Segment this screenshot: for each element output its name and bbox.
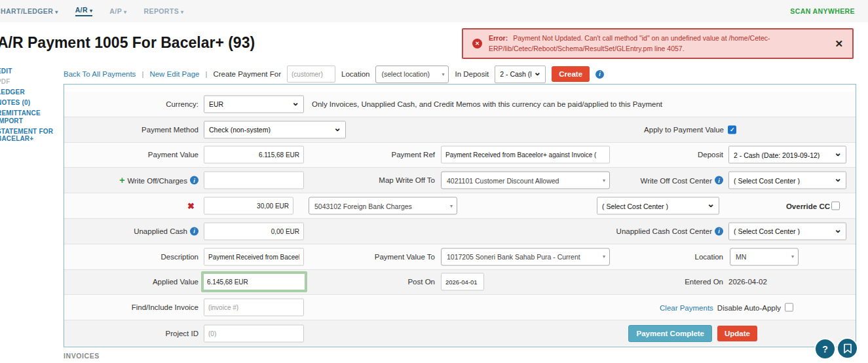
info-icon[interactable] bbox=[595, 70, 604, 79]
bookmark-icon bbox=[843, 343, 852, 354]
plus-icon[interactable]: + bbox=[119, 176, 124, 185]
write-off-cost-center-value: ( Select Cost Center ) bbox=[734, 176, 800, 184]
override-cc-label: Override CC bbox=[786, 202, 830, 210]
error-icon bbox=[472, 39, 482, 48]
top-nav: CHART/LEDGER A/R A/P REPORTS SCAN ANYWHE… bbox=[0, 0, 868, 22]
post-on-input[interactable] bbox=[441, 273, 484, 291]
description-input[interactable] bbox=[204, 248, 304, 265]
charge-cost-center-value: ( Select Cost Center ) bbox=[602, 202, 668, 210]
in-deposit-select[interactable]: 2 - Cash (l bbox=[495, 66, 546, 83]
nav-item-chart-ledger[interactable]: CHART/LEDGER bbox=[0, 6, 58, 16]
info-icon[interactable] bbox=[715, 227, 723, 235]
write-off-cost-center-label: Write Off Cost Center bbox=[641, 176, 713, 184]
charge-amount-input[interactable] bbox=[204, 197, 293, 215]
help-button[interactable]: ? bbox=[814, 338, 836, 360]
applied-value-input[interactable] bbox=[204, 274, 305, 290]
charge-account-value: 5043102 Foreign Bank Charges bbox=[314, 202, 412, 210]
row-write-off: + Write Off/Charges Map Write Off To 402… bbox=[64, 168, 856, 193]
sidebar-item-ledger[interactable]: LEDGER bbox=[0, 88, 64, 96]
divider: | bbox=[142, 70, 143, 78]
payment-value-label: Payment Value bbox=[64, 151, 198, 159]
caret-down-icon bbox=[90, 6, 92, 14]
payment-method-select[interactable]: Check (non-system) bbox=[204, 121, 346, 138]
scan-anywhere-link[interactable]: SCAN ANYWHERE bbox=[790, 7, 855, 15]
info-icon[interactable] bbox=[190, 227, 198, 235]
unapplied-cash-cost-center-select[interactable]: ( Select Cost Center ) bbox=[728, 222, 846, 240]
nav-label: CHART/LEDGER bbox=[0, 7, 53, 15]
payment-value-input[interactable] bbox=[204, 146, 304, 164]
project-id-label: Project ID bbox=[64, 330, 198, 337]
entered-on-value: 2026-04-02 bbox=[728, 278, 767, 286]
close-icon[interactable]: ✕ bbox=[835, 38, 843, 50]
invoices-heading: INVOICES bbox=[64, 352, 100, 360]
project-id-input[interactable] bbox=[204, 324, 304, 342]
applied-value-highlight bbox=[201, 271, 307, 292]
payment-value-to-label: Payment Value To bbox=[313, 253, 435, 261]
error-text: Payment Not Updated. Can't call method "… bbox=[489, 34, 770, 52]
unapplied-cash-label: Unapplied Cash bbox=[134, 227, 187, 235]
back-to-all-payments-link[interactable]: Back To All Payments bbox=[64, 70, 136, 78]
nav-label: A/P bbox=[109, 7, 122, 15]
bookmark-button[interactable] bbox=[837, 337, 858, 359]
create-button[interactable]: Create bbox=[552, 66, 590, 82]
find-invoice-label: Find/Include Invoice bbox=[64, 303, 198, 311]
nav-items: CHART/LEDGER A/R A/P REPORTS bbox=[0, 6, 183, 16]
info-icon[interactable] bbox=[715, 176, 723, 185]
sidebar: EDIT PDF LEDGER NOTES (0) REMITTANCE IMP… bbox=[0, 67, 64, 143]
find-invoice-input[interactable] bbox=[204, 299, 304, 316]
nav-item-ap[interactable]: A/P bbox=[109, 6, 126, 16]
create-payment-for-label: Create Payment For bbox=[213, 70, 281, 78]
nav-label: REPORTS bbox=[144, 7, 179, 15]
nav-item-reports[interactable]: REPORTS bbox=[144, 6, 184, 16]
question-icon: ? bbox=[822, 344, 828, 354]
payment-complete-button[interactable]: Payment Complete bbox=[628, 325, 712, 342]
location-field-select[interactable]: MN bbox=[730, 248, 799, 265]
post-on-label: Post On bbox=[313, 278, 435, 286]
charge-account-select[interactable]: 5043102 Foreign Bank Charges bbox=[309, 197, 457, 215]
sidebar-item-pdf[interactable]: PDF bbox=[0, 78, 64, 86]
row-unapplied-cash: Unapplied Cash Unapplied Cash Cost Cente… bbox=[64, 219, 856, 244]
remove-icon[interactable]: ✖ bbox=[187, 201, 198, 211]
sidebar-item-notes[interactable]: NOTES (0) bbox=[0, 99, 64, 107]
in-deposit-label: In Deposit bbox=[455, 70, 489, 78]
row-payment-method: Payment Method Check (non-system) Apply … bbox=[64, 117, 856, 143]
write-off-cost-center-select[interactable]: ( Select Cost Center ) bbox=[728, 172, 846, 189]
location-label: Location bbox=[341, 70, 369, 78]
deposit-select[interactable]: 2 - Cash (Date: 2019-09-12) bbox=[728, 146, 846, 164]
unapplied-cash-input[interactable] bbox=[204, 222, 304, 240]
payment-toolbar: Back To All Payments | New Edit Page | C… bbox=[64, 65, 604, 83]
payment-ref-label: Payment Ref bbox=[313, 151, 435, 159]
write-off-cost-center-label-group: Write Off Cost Center bbox=[523, 176, 723, 185]
sidebar-item-edit[interactable]: EDIT bbox=[0, 67, 64, 75]
info-icon[interactable] bbox=[190, 176, 198, 185]
charge-cost-center-select[interactable]: ( Select Cost Center ) bbox=[597, 197, 719, 215]
override-cc-checkbox[interactable] bbox=[831, 202, 840, 210]
deposit-label: Deposit bbox=[523, 151, 723, 159]
new-edit-page-link[interactable]: New Edit Page bbox=[149, 70, 199, 78]
nav-item-ar[interactable]: A/R bbox=[75, 6, 93, 16]
description-label: Description bbox=[64, 253, 198, 261]
error-title: Error: bbox=[489, 34, 508, 42]
write-off-input[interactable] bbox=[204, 172, 304, 189]
sidebar-item-statement[interactable]: STATEMENT FOR BACELAR+ bbox=[0, 128, 64, 143]
currency-label: Currency: bbox=[64, 100, 198, 108]
apply-to-payment-value-checkbox[interactable] bbox=[728, 125, 736, 134]
nav-label: A/R bbox=[75, 6, 88, 14]
unapplied-cash-cost-center-label: Unapplied Cash Cost Center bbox=[616, 227, 712, 235]
customer-input[interactable] bbox=[287, 66, 335, 83]
currency-select[interactable]: EUR bbox=[204, 95, 304, 113]
deposit-value: 2 - Cash (Date: 2019-09-12) bbox=[734, 151, 820, 159]
clear-payments-link[interactable]: Clear Payments bbox=[660, 303, 713, 311]
remove-charge-group: ✖ bbox=[64, 201, 198, 211]
payment-form-panel: Currency: EUR Only Invoices, Unapplied C… bbox=[64, 84, 856, 347]
location-select[interactable]: (select location) bbox=[375, 66, 449, 83]
caret-down-icon bbox=[124, 7, 126, 15]
unapplied-cash-cost-center-value: ( Select Cost Center ) bbox=[734, 227, 800, 235]
disable-auto-apply-checkbox[interactable] bbox=[785, 303, 793, 312]
update-button[interactable]: Update bbox=[717, 326, 757, 341]
caret-down-icon bbox=[181, 7, 183, 15]
sidebar-item-remittance-import[interactable]: REMITTANCE IMPORT bbox=[0, 109, 64, 124]
location-field-value: MN bbox=[736, 253, 746, 261]
unapplied-cash-cost-center-label-group: Unapplied Cash Cost Center bbox=[523, 227, 723, 235]
disable-auto-apply-label: Disable Auto-Apply bbox=[717, 303, 781, 311]
